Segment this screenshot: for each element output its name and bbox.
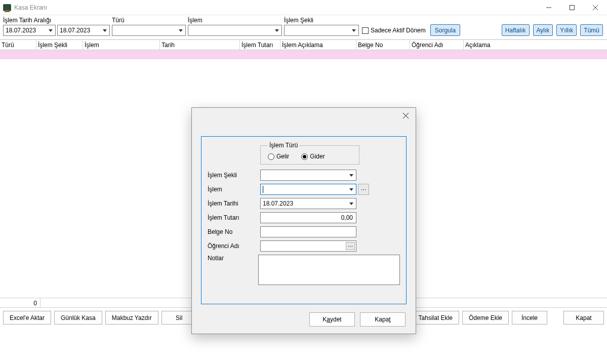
chevron-down-icon bbox=[46, 25, 55, 35]
only-active-checkbox[interactable]: Sadece Aktif Dönem bbox=[362, 25, 426, 36]
window-titlebar: Kasa Ekranı bbox=[0, 0, 607, 15]
window-maximize-button[interactable] bbox=[560, 0, 584, 15]
kaydet-button[interactable]: Kaydet bbox=[309, 312, 355, 327]
svg-marker-11 bbox=[349, 174, 353, 177]
svg-marker-13 bbox=[349, 203, 353, 205]
dialog-close-button[interactable] bbox=[398, 110, 413, 121]
type-combo[interactable] bbox=[112, 25, 186, 36]
daily-cash-button[interactable]: Günlük Kasa bbox=[54, 311, 102, 325]
date-to-input[interactable]: 18.07.2023 bbox=[57, 25, 110, 36]
date-from-value: 18.07.2023 bbox=[6, 27, 36, 34]
svg-marker-6 bbox=[179, 29, 183, 32]
query-button[interactable]: Sorgula bbox=[430, 24, 460, 36]
col-aciklama[interactable]: Açıklama bbox=[464, 40, 570, 50]
chevron-down-icon bbox=[347, 198, 356, 209]
radio-gelir[interactable]: Gelir bbox=[268, 153, 289, 160]
window-close-button[interactable] bbox=[584, 0, 607, 15]
col-belge-no[interactable]: Belge No bbox=[356, 40, 410, 50]
chevron-down-icon bbox=[349, 25, 358, 35]
ogrenci-more-button[interactable]: ··· bbox=[346, 242, 355, 250]
belge-no-input[interactable] bbox=[260, 226, 356, 237]
table-row[interactable] bbox=[0, 50, 607, 59]
type-label: Türü bbox=[112, 17, 186, 24]
radio-icon bbox=[301, 153, 308, 160]
all-button[interactable]: Tümü bbox=[580, 24, 603, 36]
notlar-textarea[interactable] bbox=[258, 255, 400, 285]
belge-no-label: Belge No bbox=[208, 228, 260, 235]
filter-bar: İşlem Tarih Aralığı 18.07.2023 18.07.202… bbox=[0, 15, 607, 39]
chevron-down-icon bbox=[347, 170, 356, 180]
svg-marker-5 bbox=[103, 29, 107, 32]
col-islem[interactable]: İşlem bbox=[83, 40, 160, 50]
close-button[interactable]: Kapat bbox=[563, 311, 604, 325]
only-active-label: Sadece Aktif Dönem bbox=[371, 27, 426, 34]
kapat-button[interactable]: Kapat bbox=[360, 312, 406, 327]
col-islem-sekli[interactable]: İşlem Şekli bbox=[36, 40, 83, 50]
date-range-label: İşlem Tarih Aralığı bbox=[3, 17, 110, 24]
grid-header: Türü İşlem Şekli İşlem Tarih İşlem Tutar… bbox=[0, 40, 607, 50]
receipt-print-button[interactable]: Makbuz Yazdır bbox=[105, 311, 158, 325]
islem-tarihi-input[interactable]: 18.07.2023 bbox=[260, 198, 356, 209]
chevron-down-icon bbox=[100, 25, 109, 35]
islem-combo[interactable] bbox=[260, 184, 356, 195]
window-title: Kasa Ekranı bbox=[14, 4, 47, 11]
add-collection-button[interactable]: Tahsilat Ekle bbox=[412, 311, 459, 325]
ogrenci-adi-input[interactable]: ··· bbox=[260, 240, 356, 252]
col-turu[interactable]: Türü bbox=[0, 40, 36, 50]
window-minimize-button[interactable] bbox=[537, 0, 560, 15]
status-count: 0 bbox=[0, 298, 41, 307]
islem-tarihi-label: İşlem Tarihi bbox=[208, 200, 260, 207]
col-ogrenci-adi[interactable]: Öğrenci Adı bbox=[410, 40, 464, 50]
islem-sekli-label: İşlem Şekli bbox=[208, 172, 260, 179]
date-to-value: 18.07.2023 bbox=[60, 27, 90, 34]
ogrenci-adi-label: Öğrenci Adı bbox=[208, 242, 260, 250]
islem-turu-group: İşlem Türü Gelir Gider bbox=[260, 142, 359, 165]
app-icon bbox=[3, 4, 11, 11]
islem-sekli-combo[interactable] bbox=[284, 25, 359, 36]
islem-combo[interactable] bbox=[188, 25, 282, 36]
radio-gider[interactable]: Gider bbox=[301, 153, 325, 160]
grid-area: Türü İşlem Şekli İşlem Tarih İşlem Tutar… bbox=[0, 39, 607, 298]
date-from-input[interactable]: 18.07.2023 bbox=[3, 25, 56, 36]
col-tarih[interactable]: Tarih bbox=[160, 40, 240, 50]
islem-sekli-label: İşlem Şekli bbox=[284, 17, 359, 24]
islem-label: İşlem bbox=[188, 17, 282, 24]
svg-marker-4 bbox=[49, 29, 53, 32]
svg-marker-7 bbox=[275, 29, 279, 32]
svg-rect-1 bbox=[570, 5, 575, 10]
svg-marker-8 bbox=[352, 29, 356, 32]
col-islem-aciklama[interactable]: İşlem Açıklama bbox=[280, 40, 356, 50]
islem-turu-legend: İşlem Türü bbox=[268, 142, 299, 149]
yearly-button[interactable]: Yıllık bbox=[556, 24, 577, 36]
svg-marker-12 bbox=[349, 188, 353, 191]
chevron-down-icon bbox=[272, 25, 281, 35]
chevron-down-icon bbox=[347, 184, 356, 194]
inspect-button[interactable]: İncele bbox=[512, 311, 547, 325]
checkbox-icon bbox=[362, 27, 369, 34]
add-payment-button[interactable]: Ödeme Ekle bbox=[462, 311, 509, 325]
islem-tutari-label: İşlem Tutarı bbox=[208, 214, 260, 221]
islem-more-button[interactable]: ··· bbox=[358, 184, 369, 195]
islem-label: İşlem bbox=[208, 186, 260, 193]
islem-sekli-combo[interactable] bbox=[260, 170, 356, 181]
entry-dialog: İşlem Türü Gelir Gider İşlem Şekli bbox=[191, 107, 416, 334]
weekly-button[interactable]: Haftalık bbox=[502, 24, 530, 36]
monthly-button[interactable]: Aylık bbox=[533, 24, 553, 36]
islem-tutari-value: 0,00 bbox=[341, 214, 353, 221]
col-islem-tutari[interactable]: İşlem Tutarı bbox=[240, 40, 280, 50]
excel-export-button[interactable]: Excel'e Aktar bbox=[3, 311, 51, 325]
chevron-down-icon bbox=[176, 25, 185, 35]
islem-tutari-input[interactable]: 0,00 bbox=[260, 212, 356, 223]
islem-tarihi-value: 18.07.2023 bbox=[263, 200, 293, 207]
radio-icon bbox=[268, 153, 274, 160]
notlar-label: Notlar bbox=[208, 255, 258, 285]
